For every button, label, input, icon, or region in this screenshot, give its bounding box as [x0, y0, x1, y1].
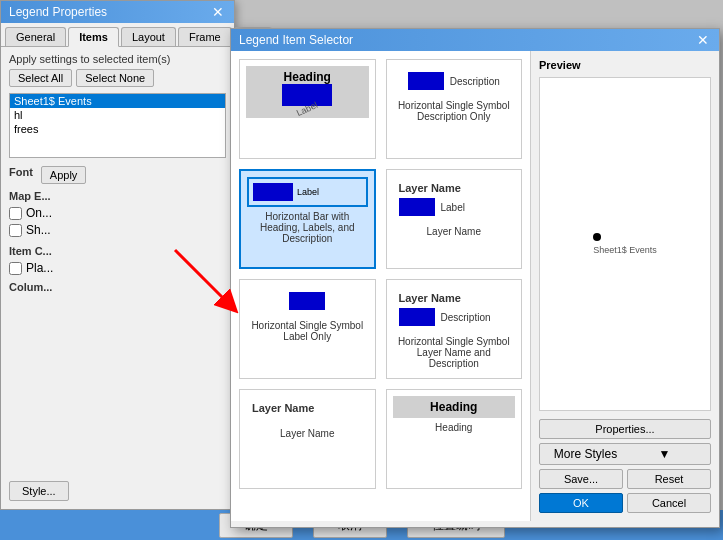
style-item-heading-bottom[interactable]: Heading Heading: [386, 389, 523, 489]
map-extent-section: Map E... On... Sh...: [9, 190, 226, 237]
more-styles-button[interactable]: More Styles ▼: [539, 443, 711, 465]
ln-label: Label: [441, 202, 465, 213]
ok-cancel-row: OK Cancel: [539, 493, 711, 513]
list-item-hl[interactable]: hl: [10, 108, 225, 122]
cancel-button[interactable]: Cancel: [627, 493, 711, 513]
select-all-button[interactable]: Select All: [9, 69, 72, 87]
hss-ln-desc-blue: [399, 308, 435, 326]
tab-items[interactable]: Items: [68, 27, 119, 47]
lis-title: Legend Item Selector: [239, 33, 353, 47]
ln-row: Label: [399, 198, 510, 216]
checkbox-sh[interactable]: [9, 224, 22, 237]
lp-content: Apply settings to selected item(s) Selec…: [1, 47, 234, 303]
style-grid: Heading Label Description Horizontal Sin…: [239, 59, 522, 489]
heading-title: Heading: [284, 70, 331, 84]
ln-title: Layer Name: [399, 182, 510, 194]
legend-properties-title: Legend Properties: [9, 5, 107, 19]
hbar-heading-label: Horizontal Bar with Heading, Labels, and…: [247, 211, 368, 244]
legend-item-selector-window: Legend Item Selector ✕ Heading Label: [230, 28, 720, 528]
lis-scroll-area[interactable]: Heading Label Description Horizontal Sin…: [231, 51, 530, 521]
hbar-heading-preview: Label: [247, 177, 368, 207]
layername-label-text: Layer Name: [427, 226, 481, 237]
properties-button[interactable]: Properties...: [539, 419, 711, 439]
more-styles-label: More Styles: [548, 447, 623, 461]
lis-right-panel: Preview Sheet1$ Events Properties... Mor…: [531, 51, 719, 521]
preview-content: Sheet1$ Events: [593, 233, 657, 255]
hss-ln-desc-preview: Layer Name Description: [393, 286, 516, 332]
hss-label-blue: [289, 292, 325, 310]
lis-right-buttons: Properties... More Styles ▼ Save... Rese…: [539, 419, 711, 513]
ln-bottom-preview: Layer Name: [246, 396, 369, 424]
heading-bottom-label: Heading: [435, 422, 472, 433]
column-label: Colum...: [9, 281, 226, 293]
select-buttons-row: Select All Select None: [9, 69, 226, 87]
lis-close-button[interactable]: ✕: [695, 33, 711, 47]
hss-ln-desc-label: Horizontal Single Symbol Layer Name and …: [393, 336, 516, 369]
checkbox-on-label: On...: [26, 206, 52, 220]
item-col-section: Item C... Pla...: [9, 245, 226, 275]
checkbox-row-2: Sh...: [9, 223, 226, 237]
save-button[interactable]: Save...: [539, 469, 623, 489]
tab-layout[interactable]: Layout: [121, 27, 176, 46]
heading-bottom-title: Heading: [430, 400, 477, 414]
column-section: Colum...: [9, 281, 226, 293]
ln-blue: [399, 198, 435, 216]
preview-item-text: Sheet1$ Events: [593, 245, 657, 255]
list-item-sheet1[interactable]: Sheet1$ Events: [10, 94, 225, 108]
lis-body: Heading Label Description Horizontal Sin…: [231, 51, 719, 521]
legend-properties-window: Legend Properties ✕ General Items Layout…: [0, 0, 235, 510]
style-button[interactable]: Style...: [9, 481, 69, 501]
style-item-layername-label[interactable]: Layer Name Label Layer Name: [386, 169, 523, 269]
apply-button[interactable]: Apply: [41, 166, 87, 184]
hss-desc-preview: Description: [402, 66, 506, 96]
hss-label-preview: [283, 286, 331, 316]
list-item-frees[interactable]: frees: [10, 122, 225, 136]
map-extent-label: Map E...: [9, 190, 226, 202]
hss-desc-label: Horizontal Single Symbol Description Onl…: [393, 100, 516, 122]
preview-label: Preview: [539, 59, 711, 71]
style-item-hss-label[interactable]: Horizontal Single Symbol Label Only: [239, 279, 376, 379]
preview-area: Sheet1$ Events: [539, 77, 711, 411]
more-styles-dropdown-arrow: ▼: [627, 447, 702, 461]
more-styles-row: More Styles ▼: [539, 443, 711, 465]
tab-frame[interactable]: Frame: [178, 27, 232, 46]
checkbox-pla-input[interactable]: [9, 262, 22, 275]
style-item-hss-layername-desc[interactable]: Layer Name Description Horizontal Single…: [386, 279, 523, 379]
heading-bottom-preview: Heading: [393, 396, 516, 418]
layername-preview: Layer Name Label: [393, 176, 516, 222]
tab-general[interactable]: General: [5, 27, 66, 46]
style-item-hbar-heading[interactable]: Label Horizontal Bar with Heading, Label…: [239, 169, 376, 269]
hss-desc-blue: [408, 72, 444, 90]
checkbox-pla: Pla...: [9, 261, 226, 275]
checkbox-pla-label: Pla...: [26, 261, 53, 275]
style-item-layername-bottom[interactable]: Layer Name Layer Name: [239, 389, 376, 489]
lis-left-panel: Heading Label Description Horizontal Sin…: [231, 51, 531, 521]
style-item-heading[interactable]: Heading Label: [239, 59, 376, 159]
hss-desc-text: Description: [450, 76, 500, 87]
hss-label-text: Horizontal Single Symbol Label Only: [246, 320, 369, 342]
select-none-button[interactable]: Select None: [76, 69, 154, 87]
hbar-label-diag: Label: [297, 187, 319, 197]
lp-bottom: Style...: [9, 481, 226, 501]
ln-bottom-title: Layer Name: [252, 402, 363, 414]
checkbox-sh-label: Sh...: [26, 223, 51, 237]
legend-properties-close-button[interactable]: ✕: [210, 5, 226, 19]
checkbox-on[interactable]: [9, 207, 22, 220]
ln-bottom-label: Layer Name: [280, 428, 334, 439]
ok-button[interactable]: OK: [539, 493, 623, 513]
hss-ln-desc-text: Description: [441, 312, 491, 323]
reset-button[interactable]: Reset: [627, 469, 711, 489]
apply-settings-text: Apply settings to selected item(s): [9, 53, 226, 65]
item-col-label: Item C...: [9, 245, 226, 257]
font-label: Font: [9, 166, 33, 180]
tabs-row: General Items Layout Frame S...: [1, 23, 234, 47]
hss-ln-desc-row: Description: [399, 308, 510, 326]
hbar-blue1: [253, 183, 293, 201]
preview-dot: [593, 233, 601, 241]
save-reset-row: Save... Reset: [539, 469, 711, 489]
style-item-hss-desc[interactable]: Description Horizontal Single Symbol Des…: [386, 59, 523, 159]
hss-ln-desc-title: Layer Name: [399, 292, 510, 304]
items-list[interactable]: Sheet1$ Events hl frees: [9, 93, 226, 158]
checkbox-row-1: On...: [9, 206, 226, 220]
heading-preview: Heading Label: [246, 66, 369, 118]
